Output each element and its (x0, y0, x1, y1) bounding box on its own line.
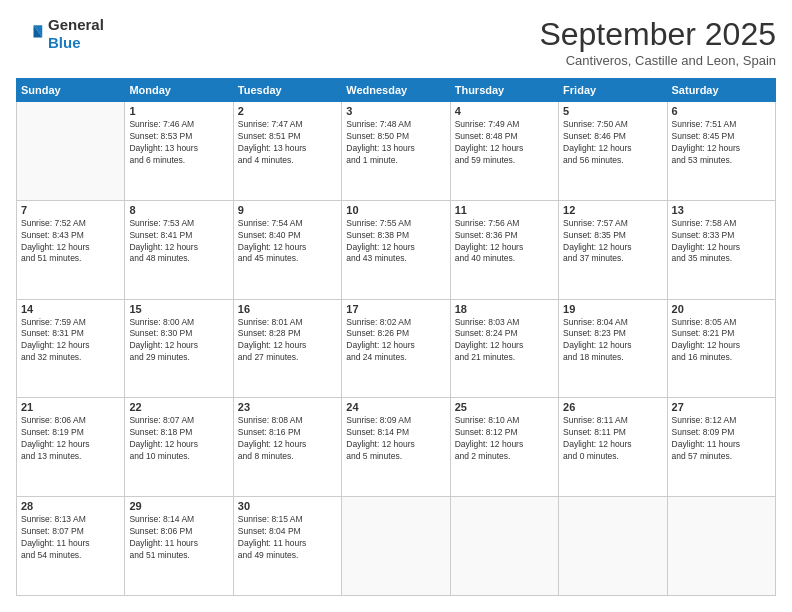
table-row: 17Sunrise: 8:02 AM Sunset: 8:26 PM Dayli… (342, 299, 450, 398)
day-info: Sunrise: 8:14 AM Sunset: 8:06 PM Dayligh… (129, 514, 228, 562)
col-friday: Friday (559, 79, 667, 102)
table-row (559, 497, 667, 596)
day-number: 15 (129, 303, 228, 315)
day-number: 6 (672, 105, 771, 117)
logo-icon (16, 20, 44, 48)
table-row: 29Sunrise: 8:14 AM Sunset: 8:06 PM Dayli… (125, 497, 233, 596)
day-info: Sunrise: 8:13 AM Sunset: 8:07 PM Dayligh… (21, 514, 120, 562)
day-number: 1 (129, 105, 228, 117)
table-row (17, 102, 125, 201)
day-info: Sunrise: 8:02 AM Sunset: 8:26 PM Dayligh… (346, 317, 445, 365)
day-number: 8 (129, 204, 228, 216)
day-info: Sunrise: 7:48 AM Sunset: 8:50 PM Dayligh… (346, 119, 445, 167)
col-wednesday: Wednesday (342, 79, 450, 102)
header: General Blue September 2025 Cantiveros, … (16, 16, 776, 68)
day-info: Sunrise: 7:52 AM Sunset: 8:43 PM Dayligh… (21, 218, 120, 266)
logo: General Blue (16, 16, 104, 52)
table-row: 15Sunrise: 8:00 AM Sunset: 8:30 PM Dayli… (125, 299, 233, 398)
day-info: Sunrise: 7:55 AM Sunset: 8:38 PM Dayligh… (346, 218, 445, 266)
page: General Blue September 2025 Cantiveros, … (0, 0, 792, 612)
calendar-table: Sunday Monday Tuesday Wednesday Thursday… (16, 78, 776, 596)
day-info: Sunrise: 8:08 AM Sunset: 8:16 PM Dayligh… (238, 415, 337, 463)
col-monday: Monday (125, 79, 233, 102)
calendar-header-row: Sunday Monday Tuesday Wednesday Thursday… (17, 79, 776, 102)
day-info: Sunrise: 7:59 AM Sunset: 8:31 PM Dayligh… (21, 317, 120, 365)
day-info: Sunrise: 8:09 AM Sunset: 8:14 PM Dayligh… (346, 415, 445, 463)
day-number: 28 (21, 500, 120, 512)
table-row: 20Sunrise: 8:05 AM Sunset: 8:21 PM Dayli… (667, 299, 775, 398)
table-row: 5Sunrise: 7:50 AM Sunset: 8:46 PM Daylig… (559, 102, 667, 201)
day-info: Sunrise: 8:07 AM Sunset: 8:18 PM Dayligh… (129, 415, 228, 463)
day-info: Sunrise: 8:03 AM Sunset: 8:24 PM Dayligh… (455, 317, 554, 365)
table-row: 30Sunrise: 8:15 AM Sunset: 8:04 PM Dayli… (233, 497, 341, 596)
logo-text: General Blue (48, 16, 104, 52)
day-info: Sunrise: 8:11 AM Sunset: 8:11 PM Dayligh… (563, 415, 662, 463)
day-number: 13 (672, 204, 771, 216)
table-row: 25Sunrise: 8:10 AM Sunset: 8:12 PM Dayli… (450, 398, 558, 497)
day-info: Sunrise: 7:56 AM Sunset: 8:36 PM Dayligh… (455, 218, 554, 266)
day-info: Sunrise: 8:10 AM Sunset: 8:12 PM Dayligh… (455, 415, 554, 463)
day-info: Sunrise: 8:04 AM Sunset: 8:23 PM Dayligh… (563, 317, 662, 365)
table-row: 10Sunrise: 7:55 AM Sunset: 8:38 PM Dayli… (342, 200, 450, 299)
col-saturday: Saturday (667, 79, 775, 102)
table-row: 3Sunrise: 7:48 AM Sunset: 8:50 PM Daylig… (342, 102, 450, 201)
col-thursday: Thursday (450, 79, 558, 102)
calendar-week-row: 14Sunrise: 7:59 AM Sunset: 8:31 PM Dayli… (17, 299, 776, 398)
table-row: 13Sunrise: 7:58 AM Sunset: 8:33 PM Dayli… (667, 200, 775, 299)
table-row: 4Sunrise: 7:49 AM Sunset: 8:48 PM Daylig… (450, 102, 558, 201)
day-number: 22 (129, 401, 228, 413)
day-info: Sunrise: 8:00 AM Sunset: 8:30 PM Dayligh… (129, 317, 228, 365)
day-number: 11 (455, 204, 554, 216)
col-tuesday: Tuesday (233, 79, 341, 102)
table-row (450, 497, 558, 596)
col-sunday: Sunday (17, 79, 125, 102)
day-number: 18 (455, 303, 554, 315)
table-row: 23Sunrise: 8:08 AM Sunset: 8:16 PM Dayli… (233, 398, 341, 497)
table-row: 8Sunrise: 7:53 AM Sunset: 8:41 PM Daylig… (125, 200, 233, 299)
day-info: Sunrise: 7:51 AM Sunset: 8:45 PM Dayligh… (672, 119, 771, 167)
calendar-week-row: 21Sunrise: 8:06 AM Sunset: 8:19 PM Dayli… (17, 398, 776, 497)
calendar-week-row: 7Sunrise: 7:52 AM Sunset: 8:43 PM Daylig… (17, 200, 776, 299)
table-row: 18Sunrise: 8:03 AM Sunset: 8:24 PM Dayli… (450, 299, 558, 398)
day-info: Sunrise: 8:15 AM Sunset: 8:04 PM Dayligh… (238, 514, 337, 562)
table-row: 28Sunrise: 8:13 AM Sunset: 8:07 PM Dayli… (17, 497, 125, 596)
day-number: 12 (563, 204, 662, 216)
location-subtitle: Cantiveros, Castille and Leon, Spain (539, 53, 776, 68)
table-row: 11Sunrise: 7:56 AM Sunset: 8:36 PM Dayli… (450, 200, 558, 299)
day-number: 23 (238, 401, 337, 413)
table-row: 21Sunrise: 8:06 AM Sunset: 8:19 PM Dayli… (17, 398, 125, 497)
day-number: 16 (238, 303, 337, 315)
day-info: Sunrise: 7:53 AM Sunset: 8:41 PM Dayligh… (129, 218, 228, 266)
table-row: 26Sunrise: 8:11 AM Sunset: 8:11 PM Dayli… (559, 398, 667, 497)
day-info: Sunrise: 7:46 AM Sunset: 8:53 PM Dayligh… (129, 119, 228, 167)
day-info: Sunrise: 7:47 AM Sunset: 8:51 PM Dayligh… (238, 119, 337, 167)
table-row: 14Sunrise: 7:59 AM Sunset: 8:31 PM Dayli… (17, 299, 125, 398)
day-info: Sunrise: 7:49 AM Sunset: 8:48 PM Dayligh… (455, 119, 554, 167)
day-number: 26 (563, 401, 662, 413)
table-row: 16Sunrise: 8:01 AM Sunset: 8:28 PM Dayli… (233, 299, 341, 398)
table-row: 6Sunrise: 7:51 AM Sunset: 8:45 PM Daylig… (667, 102, 775, 201)
day-info: Sunrise: 7:58 AM Sunset: 8:33 PM Dayligh… (672, 218, 771, 266)
table-row: 27Sunrise: 8:12 AM Sunset: 8:09 PM Dayli… (667, 398, 775, 497)
title-block: September 2025 Cantiveros, Castille and … (539, 16, 776, 68)
calendar-week-row: 1Sunrise: 7:46 AM Sunset: 8:53 PM Daylig… (17, 102, 776, 201)
table-row: 2Sunrise: 7:47 AM Sunset: 8:51 PM Daylig… (233, 102, 341, 201)
day-number: 4 (455, 105, 554, 117)
day-info: Sunrise: 7:50 AM Sunset: 8:46 PM Dayligh… (563, 119, 662, 167)
table-row: 9Sunrise: 7:54 AM Sunset: 8:40 PM Daylig… (233, 200, 341, 299)
table-row: 1Sunrise: 7:46 AM Sunset: 8:53 PM Daylig… (125, 102, 233, 201)
table-row: 7Sunrise: 7:52 AM Sunset: 8:43 PM Daylig… (17, 200, 125, 299)
day-number: 14 (21, 303, 120, 315)
table-row: 22Sunrise: 8:07 AM Sunset: 8:18 PM Dayli… (125, 398, 233, 497)
day-number: 9 (238, 204, 337, 216)
day-number: 29 (129, 500, 228, 512)
day-info: Sunrise: 8:12 AM Sunset: 8:09 PM Dayligh… (672, 415, 771, 463)
table-row: 24Sunrise: 8:09 AM Sunset: 8:14 PM Dayli… (342, 398, 450, 497)
day-number: 25 (455, 401, 554, 413)
table-row (667, 497, 775, 596)
day-info: Sunrise: 7:54 AM Sunset: 8:40 PM Dayligh… (238, 218, 337, 266)
table-row: 12Sunrise: 7:57 AM Sunset: 8:35 PM Dayli… (559, 200, 667, 299)
day-info: Sunrise: 7:57 AM Sunset: 8:35 PM Dayligh… (563, 218, 662, 266)
day-number: 30 (238, 500, 337, 512)
day-info: Sunrise: 8:05 AM Sunset: 8:21 PM Dayligh… (672, 317, 771, 365)
